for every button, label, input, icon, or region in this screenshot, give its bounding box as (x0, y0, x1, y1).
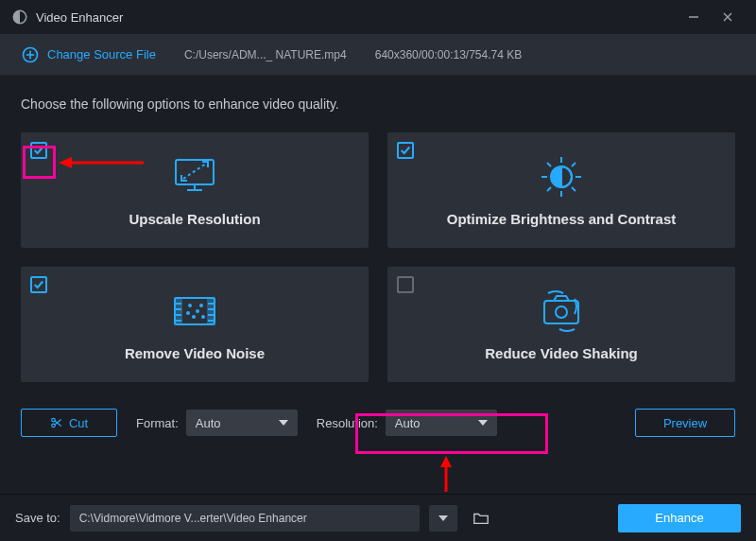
checkbox-upscale[interactable] (30, 142, 47, 159)
card-deshake-label: Reduce Video Shaking (485, 345, 637, 361)
minimize-button[interactable] (677, 0, 711, 34)
instruction-text: Choose the following options to enhance … (21, 96, 735, 112)
save-path-value: C:\Vidmore\Vidmore V...erter\Video Enhan… (79, 512, 307, 525)
svg-marker-45 (478, 420, 488, 426)
svg-point-34 (193, 316, 195, 318)
svg-line-10 (183, 164, 206, 179)
preview-button[interactable]: Preview (635, 409, 735, 437)
cut-button[interactable]: Cut (21, 409, 117, 437)
svg-point-35 (200, 305, 202, 306)
video-noise-icon (169, 288, 220, 334)
svg-line-20 (547, 187, 551, 191)
app-logo-icon (11, 9, 28, 26)
enhance-label: Enhance (655, 511, 703, 525)
checkbox-brightness[interactable] (397, 142, 414, 159)
svg-line-17 (547, 163, 551, 166)
camera-shake-icon (535, 288, 588, 334)
preview-label: Preview (663, 416, 707, 430)
svg-point-39 (556, 306, 567, 318)
svg-point-36 (187, 312, 189, 314)
card-upscale-label: Upscale Resolution (129, 211, 260, 227)
checkbox-denoise[interactable] (30, 276, 47, 293)
brightness-contrast-icon (535, 154, 588, 200)
folder-icon (472, 511, 490, 526)
footer-bar: Save to: C:\Vidmore\Vidmore V...erter\Vi… (0, 494, 756, 541)
card-reduce-shaking[interactable]: Reduce Video Shaking (387, 267, 735, 382)
card-brightness-label: Optimize Brightness and Contrast (447, 211, 677, 227)
enhance-button[interactable]: Enhance (618, 504, 741, 532)
change-source-button[interactable]: Change Source File (21, 45, 156, 64)
resolution-dropdown[interactable]: Auto (386, 410, 497, 436)
chevron-down-icon (279, 420, 288, 426)
card-denoise-label: Remove Video Noise (125, 345, 265, 361)
source-path: C:/Users/ADM..._ NATURE.mp4 (184, 48, 347, 61)
save-path-field[interactable]: C:\Vidmore\Vidmore V...erter\Video Enhan… (70, 505, 420, 532)
resolution-value: Auto (395, 416, 421, 430)
window-title: Video Enhancer (36, 10, 677, 25)
card-brightness-contrast[interactable]: Optimize Brightness and Contrast (387, 132, 735, 248)
annotation-arrow-up (438, 456, 454, 492)
resolution-label: Resolution: (317, 416, 378, 430)
save-to-label: Save to: (15, 511, 60, 525)
monitor-resize-icon (170, 154, 219, 200)
save-path-dropdown[interactable] (429, 505, 457, 532)
checkbox-deshake[interactable] (397, 276, 414, 293)
svg-marker-46 (438, 515, 448, 521)
card-remove-noise[interactable]: Remove Video Noise (21, 267, 369, 382)
format-label: Format: (136, 416, 179, 430)
format-value: Auto (196, 416, 221, 430)
cut-label: Cut (69, 416, 88, 430)
svg-point-33 (197, 310, 198, 312)
chevron-down-icon (478, 420, 488, 426)
svg-line-18 (572, 187, 576, 191)
source-meta: 640x360/00:00:13/754.74 KB (375, 48, 522, 61)
svg-rect-38 (544, 301, 578, 323)
svg-marker-44 (279, 420, 288, 426)
chevron-down-icon (438, 515, 448, 521)
source-toolbar: Change Source File C:/Users/ADM..._ NATU… (0, 34, 756, 76)
svg-point-32 (189, 305, 191, 306)
open-folder-button[interactable] (467, 505, 495, 532)
title-bar: Video Enhancer (0, 0, 756, 34)
scissors-icon (50, 416, 63, 429)
close-button[interactable] (711, 0, 745, 34)
change-source-label: Change Source File (47, 47, 156, 61)
format-dropdown[interactable]: Auto (186, 410, 298, 436)
svg-line-19 (572, 163, 576, 166)
card-upscale-resolution[interactable]: Upscale Resolution (21, 132, 369, 248)
svg-point-37 (202, 316, 204, 318)
